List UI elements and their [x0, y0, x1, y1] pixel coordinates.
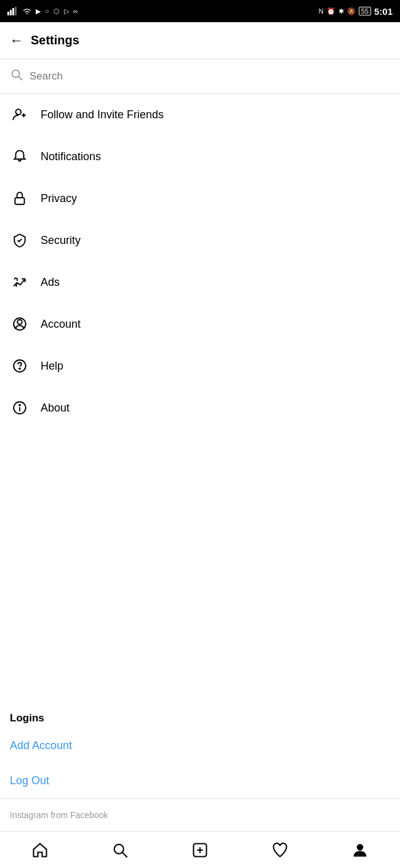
menu-item-notifications[interactable]: Notifications — [0, 136, 400, 177]
other-icons: ▶ ○ ⬡ ▷ ∞ — [36, 7, 79, 15]
mute-icon: 🔕 — [347, 7, 356, 15]
battery-icon: 55 — [359, 7, 371, 15]
menu-list: Follow and Invite Friends Notifications … — [0, 94, 400, 701]
search-nav-icon — [111, 842, 129, 859]
privacy-label: Privacy — [41, 192, 77, 205]
svg-point-16 — [19, 405, 20, 406]
svg-point-14 — [19, 368, 20, 369]
lock-icon — [10, 189, 30, 208]
status-bar: ▶ ○ ⬡ ▷ ∞ N ⏰ ✱ 🔕 55 5:01 — [0, 0, 400, 22]
account-label: Account — [41, 318, 81, 331]
profile-icon — [351, 842, 369, 859]
log-out-label: Log Out — [10, 774, 49, 787]
nav-search[interactable] — [102, 832, 138, 868]
search-box — [10, 68, 390, 84]
svg-point-23 — [357, 844, 364, 851]
footer-text: Instagram from Facebook — [10, 810, 108, 820]
search-input[interactable] — [30, 70, 390, 83]
nav-home[interactable] — [22, 832, 58, 868]
status-time: 5:01 — [374, 6, 393, 17]
heart-icon — [271, 842, 289, 859]
menu-item-account[interactable]: Account — [0, 303, 400, 345]
alarm-icon: ⏰ — [327, 7, 335, 15]
nav-heart[interactable] — [262, 832, 298, 868]
svg-line-5 — [18, 76, 22, 80]
search-container — [0, 59, 400, 94]
nav-profile[interactable] — [342, 832, 378, 868]
add-account-button[interactable]: Add Account — [0, 728, 400, 763]
bluetooth-icon: ✱ — [338, 7, 344, 15]
help-label: Help — [41, 360, 63, 373]
svg-line-19 — [122, 853, 127, 858]
header: ← Settings — [0, 22, 400, 59]
bell-icon — [10, 147, 30, 166]
page-title: Settings — [31, 33, 79, 47]
follow-icon — [10, 105, 30, 124]
home-icon — [31, 842, 49, 859]
security-label: Security — [41, 234, 81, 247]
info-icon — [10, 398, 30, 418]
about-label: About — [41, 402, 70, 415]
menu-item-follow[interactable]: Follow and Invite Friends — [0, 94, 400, 136]
svg-rect-1 — [10, 10, 12, 15]
back-button[interactable]: ← — [10, 33, 23, 49]
ads-label: Ads — [41, 276, 60, 289]
add-icon — [191, 842, 209, 859]
nfc-icon: N — [319, 7, 324, 15]
ads-icon — [10, 272, 30, 292]
menu-item-ads[interactable]: Ads — [0, 261, 400, 303]
nav-add[interactable] — [182, 832, 218, 868]
search-icon — [10, 68, 23, 84]
logins-title: Logins — [10, 712, 44, 724]
status-right-icons: N ⏰ ✱ 🔕 55 5:01 — [319, 6, 393, 17]
svg-point-12 — [17, 320, 22, 325]
bottom-nav — [0, 831, 400, 868]
menu-item-about[interactable]: About — [0, 387, 400, 429]
logins-section: Logins — [0, 701, 400, 728]
menu-item-privacy[interactable]: Privacy — [0, 177, 400, 219]
notifications-label: Notifications — [41, 150, 101, 163]
help-icon — [10, 356, 30, 376]
account-icon — [10, 314, 30, 334]
menu-item-help[interactable]: Help — [0, 345, 400, 387]
wifi-icon — [22, 7, 33, 15]
svg-rect-9 — [15, 198, 24, 205]
footer: Instagram from Facebook — [0, 798, 400, 831]
svg-rect-0 — [7, 12, 9, 15]
shield-icon — [10, 230, 30, 250]
svg-point-4 — [12, 70, 20, 78]
svg-rect-2 — [12, 8, 14, 15]
svg-point-18 — [114, 844, 124, 853]
svg-point-6 — [16, 109, 22, 115]
svg-rect-3 — [15, 7, 17, 15]
follow-label: Follow and Invite Friends — [41, 108, 164, 121]
signal-icon — [7, 7, 18, 15]
menu-item-security[interactable]: Security — [0, 219, 400, 261]
log-out-button[interactable]: Log Out — [0, 763, 400, 798]
add-account-label: Add Account — [10, 739, 72, 752]
status-left-icons: ▶ ○ ⬡ ▷ ∞ — [7, 7, 79, 15]
